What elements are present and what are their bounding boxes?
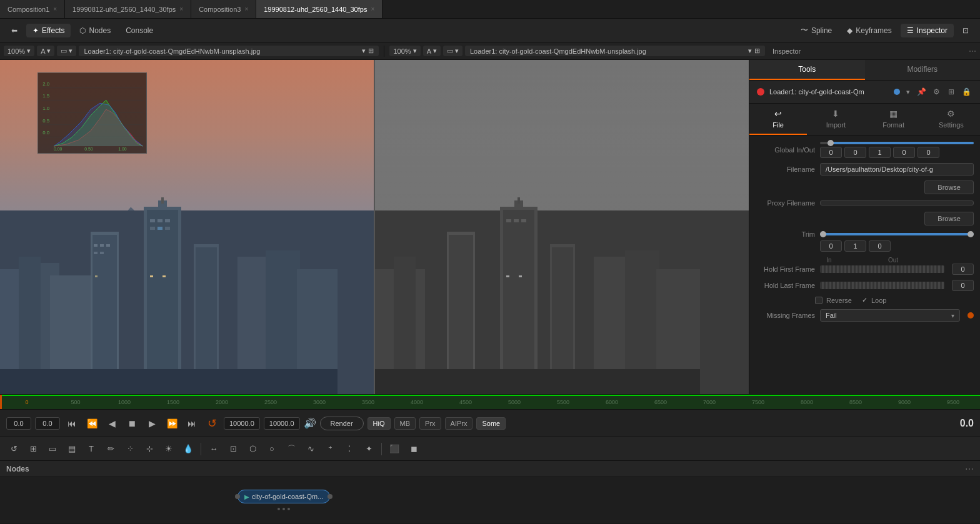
global-inout-thumb[interactable] <box>828 140 834 146</box>
trim-thumb-left[interactable] <box>820 231 826 237</box>
tab-comp3[interactable]: Composition3 × <box>191 0 256 18</box>
toolbar-inspector[interactable]: ☰ Inspector <box>901 24 954 37</box>
prx-btn[interactable]: Prx <box>419 417 441 430</box>
toolbar-expand[interactable]: ⊡ <box>956 24 975 37</box>
trim-in-val[interactable]: 0 <box>820 240 842 252</box>
proxy-browse-button[interactable]: Browse <box>924 212 974 225</box>
timeline-ruler[interactable]: 0 500 1000 1500 2000 2500 3000 3500 4000… <box>0 394 980 409</box>
tab-uhd2[interactable]: 19990812-uhd_2560_1440_30fps × <box>256 0 382 18</box>
rewind-btn[interactable]: ⏪ <box>84 415 100 432</box>
global-inout-slider[interactable] <box>820 142 974 144</box>
skip-back-btn[interactable]: ⏮ <box>64 415 80 432</box>
node-bottom-dot-3[interactable] <box>288 508 290 510</box>
toolbar-console[interactable]: Console <box>119 24 159 37</box>
view-mode-left[interactable]: ▭ ▾ <box>57 46 76 56</box>
global-inout-val3[interactable]: 0 <box>893 147 915 158</box>
tool-scatter[interactable]: ⁺ <box>321 440 339 458</box>
tab-comp1[interactable]: Composition1 × <box>0 0 65 18</box>
filename-arrow-left[interactable]: ▾ <box>362 47 366 55</box>
toolbar-nodes[interactable]: ⬡ Nodes <box>73 24 117 37</box>
tool-fill-3d[interactable]: ◼ <box>405 440 422 458</box>
zoom-control-right[interactable]: 100% ▾ <box>389 46 420 56</box>
reverse-checkbox[interactable] <box>815 297 822 304</box>
trim-out-val[interactable]: 0 <box>869 240 891 252</box>
time-render-display[interactable]: 10000.0 <box>264 417 300 430</box>
node-dot-left[interactable] <box>235 494 240 499</box>
viewer-images[interactable]: 2.0 1.5 1.0 0.5 0.0 <box>0 60 749 394</box>
tool-fx[interactable]: ✦ <box>360 440 378 458</box>
global-inout-val2[interactable]: 1 <box>869 147 891 158</box>
node-copy-btn[interactable]: ⊞ <box>945 86 958 98</box>
missing-frames-dropdown[interactable]: Fail ▾ <box>820 309 960 322</box>
tool-transform[interactable]: ⊡ <box>224 440 242 458</box>
hold-first-bar[interactable] <box>820 265 944 273</box>
trim-mid-val[interactable]: 1 <box>844 240 866 252</box>
stop-btn[interactable]: ⏹ <box>124 415 140 432</box>
global-inout-val0[interactable]: 0 <box>820 147 842 158</box>
node-bottom-dot-1[interactable] <box>278 508 280 510</box>
filename-btn-right[interactable]: ⊞ <box>754 47 760 55</box>
subtab-file[interactable]: ↩ File <box>749 104 807 135</box>
viewer-left[interactable]: 2.0 1.5 1.0 0.5 0.0 <box>0 60 374 394</box>
play-btn[interactable]: ▶ <box>144 415 160 432</box>
hiq-btn[interactable]: HiQ <box>368 417 391 430</box>
loop-play-btn[interactable]: ↺ <box>204 415 220 432</box>
time-offset-display[interactable]: 0.0 <box>35 417 60 430</box>
toolbar-effects[interactable]: ✦ Effects <box>26 24 71 37</box>
tool-paint[interactable]: ▤ <box>63 440 81 458</box>
tool-wave[interactable]: ∿ <box>302 440 319 458</box>
hold-last-value[interactable]: 0 <box>952 280 974 291</box>
subtab-import[interactable]: ⬇ Import <box>807 104 864 135</box>
tab-comp3-close[interactable]: × <box>244 6 248 12</box>
hold-first-value[interactable]: 0 <box>952 264 974 275</box>
tool-particles[interactable]: ⁚ <box>341 440 358 458</box>
tab-modifiers[interactable]: Modifiers <box>865 60 981 80</box>
tool-3d[interactable]: ⬛ <box>386 440 403 458</box>
tool-light[interactable]: ☀ <box>160 440 178 458</box>
timeline-progress-indicator[interactable] <box>0 395 2 409</box>
nodes-canvas[interactable]: ▶ city-of-gold-coast-Qm... <box>0 477 980 523</box>
zoom-control-left[interactable]: 100% ▾ <box>4 46 34 56</box>
node-settings-btn[interactable]: ⚙ <box>930 86 942 98</box>
global-inout-val4[interactable]: 0 <box>918 147 939 158</box>
node-status-arrow[interactable]: ▾ <box>906 88 910 96</box>
tab-uhd1[interactable]: 19990812-uhd_2560_1440_30fps × <box>65 0 191 18</box>
global-inout-val1[interactable]: 0 <box>844 147 866 158</box>
tool-bezier[interactable]: ⌒ <box>282 440 300 458</box>
node-lock-btn[interactable]: 🔒 <box>960 86 972 98</box>
time-end-display[interactable]: 10000.0 <box>224 417 260 430</box>
global-inout-control[interactable]: 0 0 1 0 0 <box>820 142 974 158</box>
filename-arrow-right[interactable]: ▾ <box>748 47 752 55</box>
viewer-right[interactable] <box>375 60 749 394</box>
tab-uhd2-close[interactable]: × <box>371 6 374 12</box>
tool-move[interactable]: ↔ <box>205 440 222 458</box>
fast-fwd-btn[interactable]: ⏩ <box>164 415 180 432</box>
tool-grid[interactable]: ⊞ <box>24 440 42 458</box>
node-pin-btn[interactable]: 📌 <box>915 86 928 98</box>
subtab-format[interactable]: ▦ Format <box>865 104 922 135</box>
nodes-more-btn[interactable]: ⋯ <box>965 464 974 474</box>
tool-arrow[interactable]: ↺ <box>5 440 22 458</box>
node-bottom-dot-2[interactable] <box>282 508 285 510</box>
subtab-settings[interactable]: ⚙ Settings <box>922 104 980 135</box>
filename-btn-left[interactable]: ⊞ <box>368 47 374 55</box>
tool-pen[interactable]: ✏ <box>102 440 119 458</box>
step-back-btn[interactable]: ◀ <box>104 415 120 432</box>
tool-drop[interactable]: 💧 <box>179 440 197 458</box>
toolbar-spline[interactable]: 〜 Spline <box>794 22 838 38</box>
view-more-btn[interactable]: ⋯ <box>969 47 976 56</box>
aiprx-btn[interactable]: AIPrx <box>445 417 473 430</box>
tab-tools[interactable]: Tools <box>749 60 865 80</box>
skip-fwd-btn[interactable]: ⏭ <box>184 415 200 432</box>
tab-comp1-close[interactable]: × <box>53 6 57 12</box>
view-mode-right[interactable]: ▭ ▾ <box>443 46 462 56</box>
tab-uhd1-close[interactable]: × <box>179 6 183 12</box>
hold-last-bar[interactable] <box>820 282 944 289</box>
audio-btn[interactable]: 🔊 <box>304 417 316 429</box>
mb-btn[interactable]: MB <box>394 417 416 430</box>
toolbar-arrow[interactable]: ⬅ <box>5 24 24 37</box>
tool-circle[interactable]: ○ <box>263 440 281 458</box>
trim-slider[interactable] <box>820 233 974 235</box>
browse-button[interactable]: Browse <box>924 180 974 194</box>
node-dot-right[interactable] <box>328 494 332 499</box>
